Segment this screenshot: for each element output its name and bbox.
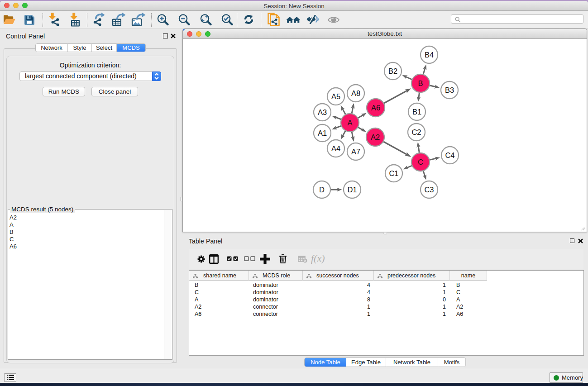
svg-text:A4: A4 [331,144,340,152]
svg-text:B1: B1 [412,108,421,116]
svg-text:A5: A5 [331,92,340,100]
svg-text:B: B [418,79,423,87]
svg-text:D: D [319,186,325,194]
svg-text:B4: B4 [425,51,434,59]
svg-text:B2: B2 [388,67,397,75]
svg-text:A7: A7 [351,148,360,156]
svg-text:C3: C3 [424,186,434,194]
svg-text:C: C [418,158,423,166]
svg-text:A1: A1 [318,129,327,137]
svg-text:C4: C4 [445,151,454,159]
svg-text:A: A [347,119,352,127]
svg-text:A3: A3 [318,108,327,116]
svg-text:A6: A6 [371,104,380,112]
svg-text:D1: D1 [347,186,357,194]
svg-text:C1: C1 [389,169,398,177]
svg-text:A8: A8 [351,89,360,97]
svg-text:A2: A2 [371,133,380,141]
svg-text:B3: B3 [445,86,454,94]
svg-text:C2: C2 [411,128,421,136]
